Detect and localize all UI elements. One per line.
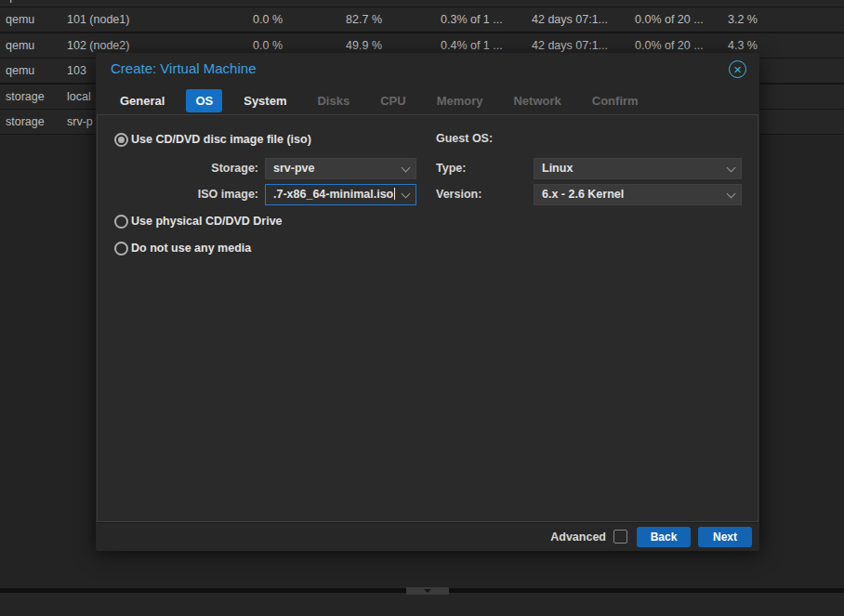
iso-image-value: .7-x86_64-minimal.iso [273,188,393,201]
tab-memory: Memory [428,89,493,112]
close-icon[interactable]: ✕ [729,60,746,78]
storage-value: srv-pve [273,162,314,175]
table-cell: 82.7 % [306,7,382,32]
advanced-label: Advanced [550,531,606,544]
tab-os[interactable]: OS [186,89,222,112]
table-row-partial: qemu [0,0,844,7]
version-label: Version: [436,184,481,205]
table-cell: 0.0% of 20 ... [635,7,725,32]
table-cell: qemu [6,59,63,83]
type-dropdown[interactable]: Linux [534,158,742,179]
advanced-checkbox[interactable] [613,530,627,544]
bottom-panel [0,593,844,616]
os-tab-panel: Use CD/DVD disc image file (iso) Storage… [97,114,758,522]
guest-os-label: Guest OS: [436,128,493,150]
type-value: Linux [542,162,573,175]
radio-use-iso[interactable] [114,133,128,147]
tab-system[interactable]: System [234,89,296,112]
version-value: 6.x - 2.6 Kernel [542,188,624,201]
storage-dropdown[interactable]: srv-pve [265,158,416,179]
table-cell: storage [6,85,63,109]
version-dropdown[interactable]: 6.x - 2.6 Kernel [534,184,742,205]
create-vm-dialog: Create: Virtual Machine ✕ GeneralOSSyste… [96,53,759,551]
tab-general[interactable]: General [111,89,174,112]
chevron-down-icon [402,189,411,198]
type-label: Type: [436,158,466,179]
radio-use-iso-label: Use CD/DVD disc image file (iso) [131,132,311,147]
radio-no-media-label: Do not use any media [131,241,251,256]
table-cell: qemu [6,0,34,3]
chevron-down-icon [402,163,411,172]
table-cell: 0.0 % [206,7,283,32]
radio-physical-cdrom[interactable] [114,215,128,229]
table-cell: qemu [6,7,63,32]
iso-image-combobox[interactable]: .7-x86_64-minimal.iso [265,184,416,205]
tab-cpu: CPU [371,89,415,112]
tab-disks: Disks [308,89,359,112]
table-cell: 101 (node1) [67,7,216,32]
back-button[interactable]: Back [637,527,691,547]
table-row[interactable]: qemu101 (node1)0.0 %82.7 %0.3% of 1 ...4… [0,7,844,32]
table-cell: qemu [6,33,63,58]
text-cursor [394,188,395,200]
table-cell: storage [6,110,63,134]
table-cell: 3.2 % [728,7,784,32]
tab-network: Network [504,89,570,112]
collapse-handle[interactable] [406,587,449,595]
dialog-tabbar: GeneralOSSystemDisksCPUMemoryNetworkConf… [96,86,759,114]
dialog-footer: Advanced Back Next [97,522,758,550]
next-button[interactable]: Next [698,527,752,547]
tab-confirm: Confirm [583,89,648,112]
radio-no-media[interactable] [114,242,128,256]
dialog-title: Create: Virtual Machine [111,60,256,76]
radio-physical-cdrom-label: Use physical CD/DVD Drive [131,214,283,229]
chevron-down-icon [727,163,736,172]
iso-image-label: ISO image: [114,184,258,205]
triangle-down-icon [424,589,431,593]
storage-label: Storage: [114,158,258,179]
table-cell: 0.3% of 1 ... [441,7,534,32]
chevron-down-icon [727,189,736,198]
table-cell: 42 days 07:1... [532,7,632,32]
